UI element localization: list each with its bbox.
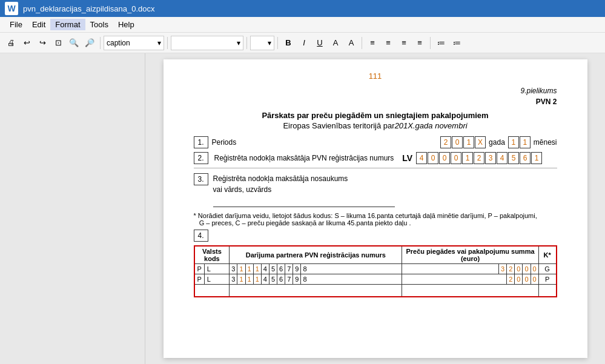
font-chevron-icon: ▾ xyxy=(237,39,240,47)
style-chevron-icon: ▾ xyxy=(157,39,161,47)
row1-summa: 3 2 0 0 0 xyxy=(402,264,538,274)
appendix: 9.pielikums xyxy=(194,87,557,95)
section4-box: 4. xyxy=(194,230,208,242)
lv-label: LV xyxy=(402,153,412,163)
align-center-button[interactable]: ≡ xyxy=(381,36,395,50)
pvn-title: PVN 2 xyxy=(194,98,557,106)
menu-tools[interactable]: Tools xyxy=(85,19,113,30)
separator3 xyxy=(246,37,247,49)
section2-label: 2. Reģistrēta nodokļa maksātāja PVN reģi… xyxy=(194,152,413,164)
section4-row: 4. xyxy=(194,230,557,242)
font-dropdown[interactable]: ▾ xyxy=(171,36,243,50)
size-dropdown[interactable]: ▾ xyxy=(250,36,274,50)
s2c1: 0 xyxy=(428,152,438,164)
unordered-list-button[interactable]: ≔ xyxy=(449,36,464,50)
empty2 xyxy=(230,285,402,297)
row1-pvn: 3 1 1 1 4 5 6 7 9 8 xyxy=(230,264,402,274)
row2-valsts: P L xyxy=(194,274,230,285)
empty4 xyxy=(538,285,556,297)
zoom-out-button[interactable]: 🔍 xyxy=(67,36,81,50)
section3-text1: Reģistrēta nodokļa maksātāja nosaukums xyxy=(213,173,395,184)
zoom-in-button[interactable]: 🔎 xyxy=(82,36,97,50)
empty1 xyxy=(194,285,230,297)
table-row-empty xyxy=(194,285,557,297)
italic-button[interactable]: I xyxy=(297,36,311,50)
row1-valsts: P L xyxy=(194,264,230,274)
font-color-button[interactable]: A xyxy=(328,36,343,50)
section3-text2: vai vārds, uzvārds xyxy=(213,184,395,195)
section1-label: 1. Periods xyxy=(194,136,237,148)
section2-text: Reģistrēta nodokļa maksātāja PVN reģistr… xyxy=(214,154,394,162)
document-area[interactable]: 111 9.pielikums PVN 2 Pārskats par preču… xyxy=(145,53,605,364)
redo-button[interactable]: ↪ xyxy=(35,36,50,50)
empty3 xyxy=(402,285,538,297)
menesi-label: mēnesi xyxy=(534,138,557,147)
data-table: Valstskods Darījuma partnera PVN reģistr… xyxy=(194,245,557,297)
ordered-list-button[interactable]: ≔ xyxy=(434,36,448,50)
separator1 xyxy=(100,37,101,49)
s2c8: 5 xyxy=(508,152,519,164)
gada-label: gada xyxy=(489,138,505,147)
section2-cells: 4 0 0 0 1 2 3 4 5 6 1 xyxy=(416,152,542,164)
cell-year-1: 1 xyxy=(463,136,474,148)
menu-help[interactable]: Help xyxy=(113,19,139,30)
menu-bar: File Edit Format Tools Help xyxy=(0,17,605,33)
col-valsts: Valstskods xyxy=(194,246,230,264)
style-value: caption xyxy=(107,39,130,47)
row2-summa: 2 0 0 0 xyxy=(402,274,538,285)
section2-row: 2. Reģistrēta nodokļa maksātāja PVN reģi… xyxy=(194,152,557,164)
s2c6: 3 xyxy=(485,152,496,164)
page-number: 111 xyxy=(194,71,557,81)
cell-year-2: 2 xyxy=(440,136,451,148)
print-button[interactable]: 🖨 xyxy=(4,36,18,50)
title-bar: W pvn_deklaracijas_aizpildisana_0.docx xyxy=(0,0,605,17)
separator4 xyxy=(277,37,278,49)
separator5 xyxy=(362,37,362,49)
section3-input[interactable] xyxy=(213,195,395,207)
section2-box: 2. xyxy=(194,152,208,164)
document-heading1: Pārskats par preču piegādēm un sniegtaji… xyxy=(194,111,557,120)
section3-row: 3. Reģistrēta nodokļa maksātāja nosaukum… xyxy=(194,173,557,207)
s2c4: 1 xyxy=(462,152,473,164)
table-row-1: P L 3 1 1 1 4 5 xyxy=(194,264,557,274)
main-area: 111 9.pielikums PVN 2 Pārskats par preču… xyxy=(0,53,605,364)
cell-year-x: X xyxy=(475,136,486,148)
window-title: pvn_deklaracijas_aizpildisana_0.docx xyxy=(23,4,155,13)
col-pvn: Darījuma partnera PVN reģistrācijas numu… xyxy=(230,246,402,264)
separator2 xyxy=(167,37,168,49)
section1-box: 1. xyxy=(194,136,208,148)
size-chevron-icon: ▾ xyxy=(268,39,271,47)
highlight-button[interactable]: A xyxy=(344,36,359,50)
row2-k: P xyxy=(538,274,556,285)
row2-pvn: 3 1 1 1 4 5 6 7 9 8 xyxy=(230,274,402,285)
s2c5: 2 xyxy=(474,152,484,164)
menu-format[interactable]: Format xyxy=(50,19,85,30)
s2c7: 4 xyxy=(497,152,507,164)
s2c3: 0 xyxy=(451,152,461,164)
sidebar-left xyxy=(0,53,145,364)
appendix-text: 9.pielikums xyxy=(520,87,557,95)
col-k: K* xyxy=(538,246,556,264)
s2c2: 0 xyxy=(439,152,450,164)
style-dropdown[interactable]: caption ▾ xyxy=(104,36,164,50)
menu-edit[interactable]: Edit xyxy=(27,19,50,30)
cell-year-0: 0 xyxy=(452,136,463,148)
s2c0: 4 xyxy=(416,152,427,164)
align-right-button[interactable]: ≡ xyxy=(397,36,411,50)
section1-cells: 2 0 1 X gada 1 1 mēnesi xyxy=(440,136,557,148)
align-left-button[interactable]: ≡ xyxy=(365,36,380,50)
document: 111 9.pielikums PVN 2 Pārskats par preču… xyxy=(164,59,587,358)
section3-box: 3. xyxy=(194,173,208,185)
undo-button[interactable]: ↩ xyxy=(19,36,34,50)
bold-button[interactable]: B xyxy=(281,36,296,50)
underline-button[interactable]: U xyxy=(312,36,327,50)
row1-k: G xyxy=(538,264,556,274)
menu-file[interactable]: File xyxy=(5,19,27,30)
word-icon: W xyxy=(5,2,18,15)
note-text: * Norādiet darījuma veidu, lietojot šādu… xyxy=(194,212,557,227)
section1-row: 1. Periods 2 0 1 X gada 1 1 mēnesi xyxy=(194,136,557,148)
toolbar: 🖨 ↩ ↪ ⊡ 🔍 🔎 caption ▾ ▾ ▾ B I U A A ≡ ≡ … xyxy=(0,33,605,53)
frame-button[interactable]: ⊡ xyxy=(51,36,65,50)
justify-button[interactable]: ≡ xyxy=(412,36,427,50)
s2c10: 1 xyxy=(531,152,542,164)
